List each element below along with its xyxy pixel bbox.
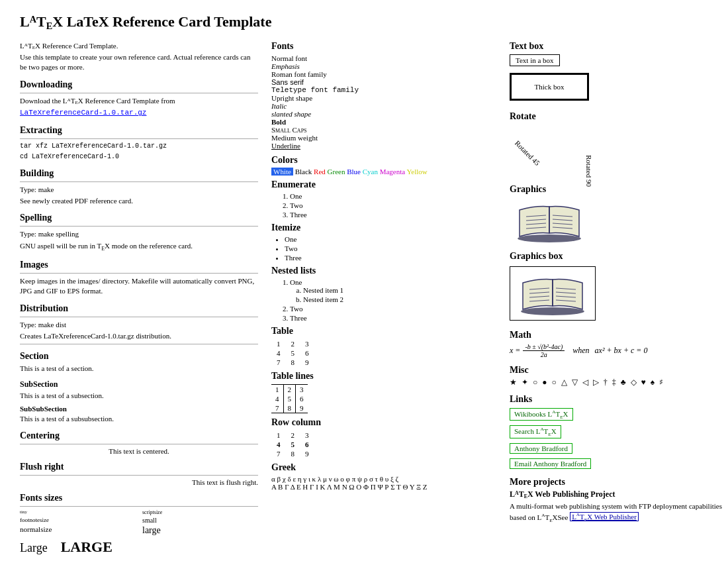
table-cell: 2 [286,431,300,440]
list-item: One [290,192,496,200]
math-x: x = [510,346,520,356]
section-nested-title: Nested lists [271,266,496,276]
table-cell: 6 [300,440,314,449]
nested-sublist: Nested item 1 Nested item 2 [303,286,496,303]
images-text: Keep images in the images/ directory. Ma… [20,276,258,297]
column-3: Text box Text in a box Thick box Rotate … [510,41,728,563]
font-LARGE-label: LARGE [61,538,113,556]
link-anthony[interactable]: Anthony Bradford [510,443,572,454]
simple-table: 123 456 789 [271,339,314,367]
nested-list: One Nested item 1 Nested item 2 Two Thre… [290,278,496,322]
divider-extracting [20,138,258,139]
table-cell: 9 [300,358,314,367]
flush-right-text: This text is flush right. [20,478,258,486]
list-item: One [285,235,496,243]
table-cell: 6 [296,394,308,403]
color-magenta: Magenta [380,168,407,176]
table-cell: 7 [271,358,286,367]
section-images-title: Images [20,260,258,270]
font-Huge-label: Huge [71,557,126,563]
svg-point-9 [518,234,581,242]
color-blue: Blue [347,168,363,176]
title-text: LaTeX Reference Card Template [67,13,272,30]
divider-section [20,344,258,344]
extract-line1: tar xfz LaTeXreferenceCard-1.0.tar.gz [20,142,258,151]
table-cell: 4 [271,440,286,449]
divider-images [20,273,258,274]
centering-text: This text is centered. [20,447,258,455]
list-item: Three [290,211,496,219]
divider-downloading [20,93,258,93]
list-item: Two [290,201,496,209]
rotate-container: Rotated 45 Rotated 90 [510,125,728,178]
section-spelling-title: Spelling [20,213,258,223]
header-line2: Use this template to create your own ref… [20,52,258,73]
section-math-title: Math [510,330,728,340]
table-cell: 9 [300,449,314,458]
section-centering-title: Centering [20,431,258,441]
graphics-box [510,266,596,321]
section-misc-title: Misc [510,365,728,376]
section-tablelines-title: Table lines [271,371,496,382]
font-slanted: slanted shape [271,110,496,118]
rotated-45-text: Rotated 45 [514,138,541,166]
table-cell: 2 [286,339,300,348]
section-enumerate-title: Enumerate [271,179,496,190]
extract-line2: cd LaTeXreferenceCard-1.0 [20,152,258,162]
table-cell: 4 [271,394,283,403]
list-item: Two [285,244,496,252]
spelling-line1: Type: make spelling [20,229,258,239]
table-cell: 7 [271,449,286,458]
divider-fontsizes [20,506,258,507]
web-publisher-link[interactable]: LATEX Web Publisher [570,512,639,521]
header-line1: LATEX Reference Card Template. [20,41,258,51]
font-large-label: large [142,525,258,536]
table-cell: 8 [286,449,300,458]
link-search[interactable]: Search LATEX [510,425,561,438]
row-column-table: 123 456 789 [271,431,314,458]
section-downloading-title: Downloading [20,79,258,90]
font-small-label: small [142,517,258,524]
table-cell: 9 [296,403,308,413]
section-distribution-title: Distribution [20,303,258,314]
font-normalsize-label: normalsize [20,525,136,536]
section-fonts-title: Fonts [271,41,496,52]
page-title-row: LATEX LaTeX Reference Card Template [20,13,721,37]
link-wikibooks[interactable]: Wikibooks LATEX [510,408,573,421]
table-cell: 2 [283,384,296,394]
font-tiny-label: tiny [20,509,136,515]
section-colors-title: Colors [271,155,496,166]
section-section-title: Section [20,351,258,362]
color-red: Red [314,168,327,176]
font-smallcaps: Small Caps [271,126,496,134]
greek-upper: Α Β Γ Δ Ε Η Γ Ι Κ Λ Μ Ν Ω Ο Φ Π Ψ Ρ Σ Τ … [271,483,496,491]
colors-row: White Black Red Green Blue Cyan Magenta … [271,168,496,176]
section-text: This is a test of a section. [20,364,258,374]
table-cell: 6 [300,348,314,358]
spelling-line2: GNU aspell will be run in TEX mode on th… [20,241,258,253]
font-roman: Roman font family [271,70,496,78]
font-large-row: Large LARGE [20,538,258,556]
font-huge-row: huge Huge [20,557,258,563]
subsubsection-title: SubSubSection [20,405,258,413]
book-svg-2 [513,270,592,316]
subsection-text: This is a test of a subsection. [20,391,258,401]
building-line2: See newly created PDF reference card. [20,196,258,206]
subsection-title: SubSection [20,380,258,389]
font-italic: Italic [271,102,496,110]
link-email[interactable]: Email Anthony Bradford [510,458,591,469]
section-fontsizes-title: Fonts sizes [20,493,258,503]
font-upright: Upright shape [271,94,496,102]
list-item: Three [285,254,496,262]
section-graphicsbox-title: Graphics box [510,251,728,262]
section-moreprojects-title: More projects [510,477,728,487]
math-equation: ax² + bx + c = 0 [595,346,648,356]
color-yellow: Yellow [407,168,428,176]
section-table-title: Table [271,326,496,336]
text-box-thin: Text in a box [510,54,560,66]
section-rowcol-title: Row column [271,417,496,428]
table-cell: 4 [271,348,286,358]
font-medium: Medium weight [271,134,496,142]
math-formula: x = -b ± √(b²-4ac) 2a when ax² + bx + c … [510,343,728,358]
latex-template-link[interactable]: LaTeXreferenceCard-1.0.tar.gz [20,109,146,117]
